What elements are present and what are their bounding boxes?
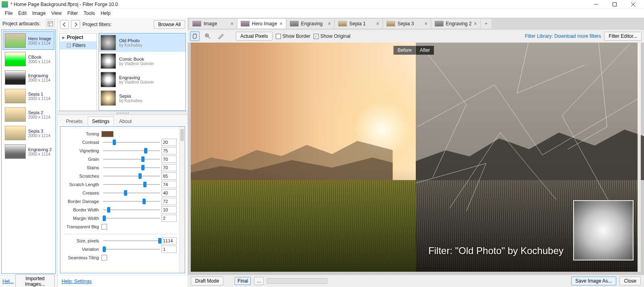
nav-forward-button[interactable] [71, 20, 80, 29]
doc-tab-close-icon[interactable]: × [376, 21, 379, 27]
setting-slider[interactable] [103, 208, 160, 212]
artboard-item[interactable]: Sepia 12000 x 1114 [3, 87, 54, 105]
setting-slider[interactable] [103, 182, 160, 187]
artboard-item[interactable]: Engraving2000 x 1114 [3, 68, 54, 87]
artboard-display-mode-icon[interactable] [46, 19, 55, 28]
imported-images-button[interactable]: Imported Images... [15, 274, 55, 287]
setting-value[interactable]: 1114 [161, 237, 177, 244]
browse-all-button[interactable]: Browse All [154, 20, 185, 29]
hand-tool[interactable] [190, 31, 200, 41]
artboard-item[interactable]: Hero Image2000 x 1114 [3, 31, 54, 50]
setting-checkbox[interactable] [101, 224, 107, 230]
setting-slider[interactable] [103, 199, 160, 203]
help-link[interactable]: Hel... [2, 279, 14, 284]
artboard-dims: 2000 x 1114 [28, 41, 51, 45]
tree-project[interactable]: ▸Project [60, 33, 97, 41]
tab-settings[interactable]: Settings [88, 117, 114, 125]
menu-edit[interactable]: Edit [16, 10, 29, 17]
filter-item[interactable]: Sepiaby Kochubey [99, 89, 186, 107]
document-tab[interactable]: Sepia 3× [383, 19, 431, 29]
document-tab[interactable]: Hero Image× [237, 19, 286, 29]
artboards-list[interactable]: Hero Image2000 x 1114CBook2000 x 1114Eng… [1, 30, 56, 274]
project-tree[interactable]: ▸Project Filters [59, 33, 97, 111]
doc-tab-close-icon[interactable]: × [425, 21, 427, 27]
setting-value[interactable]: 40 [161, 189, 177, 197]
final-more-button[interactable]: ... [254, 277, 264, 285]
filter-item[interactable]: Comic Bookby Vladimir Golovin [99, 52, 186, 70]
canvas[interactable]: Before After Filter: "Old Photo" by Koch… [188, 43, 644, 275]
doc-tab-label: Engraving 2 [446, 21, 472, 27]
setting-value[interactable]: 10 [161, 206, 177, 213]
setting-slider[interactable] [103, 239, 160, 243]
setting-slider[interactable] [103, 247, 160, 251]
menu-filter[interactable]: Filter [65, 10, 80, 17]
draft-mode-button[interactable]: Draft Mode [191, 277, 223, 285]
setting-slider[interactable] [103, 140, 160, 144]
settings-scrollbar[interactable] [179, 127, 185, 273]
artboard-item[interactable]: CBook2000 x 1114 [3, 50, 54, 68]
setting-value[interactable]: 20 [161, 139, 177, 146]
artboard-thumb [5, 52, 26, 66]
menu-tools[interactable]: Tools [81, 10, 97, 17]
add-document-tab[interactable]: + [481, 19, 491, 29]
doc-tab-close-icon[interactable]: × [474, 21, 477, 27]
doc-tab-close-icon[interactable]: × [231, 21, 233, 27]
menu-file[interactable]: File [2, 10, 15, 17]
color-swatch[interactable] [101, 131, 114, 137]
tree-filters[interactable]: Filters [60, 41, 97, 49]
document-tab[interactable]: Sepia 1× [335, 19, 382, 29]
show-original-checkbox[interactable] [314, 34, 319, 39]
filter-list[interactable]: Old Photoby KochubeyComic Bookby Vladimi… [99, 33, 186, 111]
setting-slider[interactable] [103, 216, 160, 220]
actual-pixels-button[interactable]: Actual Pixels [236, 32, 272, 41]
final-button[interactable]: Final [235, 277, 251, 285]
filter-library-link[interactable]: Filter Library: Download more filters [525, 33, 601, 39]
setting-value[interactable]: 70 [161, 156, 177, 163]
splitter-handle[interactable] [58, 111, 188, 115]
setting-value[interactable]: 65 [161, 172, 177, 180]
help-settings-link[interactable]: Help: Settings [62, 279, 92, 284]
setting-value[interactable]: 74 [161, 181, 177, 188]
minimize-button[interactable] [587, 0, 605, 9]
close-window-button[interactable] [624, 0, 642, 9]
setting-slider[interactable] [103, 149, 160, 153]
setting-slider[interactable] [103, 157, 160, 161]
document-tab[interactable]: Engraving× [287, 19, 334, 29]
setting-value[interactable]: 1 [161, 246, 177, 253]
doc-tab-close-icon[interactable]: × [280, 21, 283, 27]
setting-slider[interactable] [103, 191, 160, 195]
filter-item[interactable]: Old Photoby Kochubey [99, 33, 186, 52]
setting-value[interactable]: 2 [161, 215, 177, 222]
menu-help[interactable]: Help [98, 10, 113, 17]
filter-thumb [101, 90, 116, 106]
setting-value[interactable]: 75 [161, 147, 177, 154]
filter-item[interactable]: Engravingby Vladimir Golovin [99, 70, 186, 89]
setting-label: Grain [64, 157, 101, 162]
tab-about[interactable]: About [115, 117, 136, 125]
artboard-item[interactable]: Sepia 22000 x 1114 [3, 105, 54, 124]
save-image-button[interactable]: Save Image As... [571, 277, 617, 285]
menu-image[interactable]: Image [30, 10, 48, 17]
artboard-dims: 2000 x 1114 [28, 59, 50, 64]
setting-slider[interactable] [103, 166, 160, 170]
show-border-checkbox[interactable] [276, 34, 281, 39]
setting-value[interactable]: 70 [161, 164, 177, 171]
filter-editor-button[interactable]: Filter Editor... [604, 32, 642, 41]
setting-slider[interactable] [103, 174, 160, 178]
menu-view[interactable]: View [49, 10, 64, 17]
artboard-item[interactable]: Sepia 32000 x 1114 [3, 124, 54, 142]
setting-checkbox[interactable] [101, 255, 107, 260]
maximize-button[interactable] [605, 0, 624, 9]
artboard-item[interactable]: Engraving 22000 x 1114 [3, 142, 54, 161]
nav-back-button[interactable] [60, 20, 69, 29]
zoom-tool[interactable] [203, 31, 213, 41]
document-tab[interactable]: Image× [189, 19, 237, 29]
close-button[interactable]: Close [619, 277, 641, 285]
doc-tab-close-icon[interactable]: × [328, 21, 331, 27]
eyedropper-tool[interactable] [216, 31, 225, 41]
doc-tab-thumb [435, 21, 444, 27]
setting-value[interactable]: 72 [161, 198, 177, 205]
doc-tab-label: Engraving [301, 21, 323, 27]
document-tab[interactable]: Engraving 2× [431, 19, 480, 29]
tab-presets[interactable]: Presets [62, 117, 87, 125]
